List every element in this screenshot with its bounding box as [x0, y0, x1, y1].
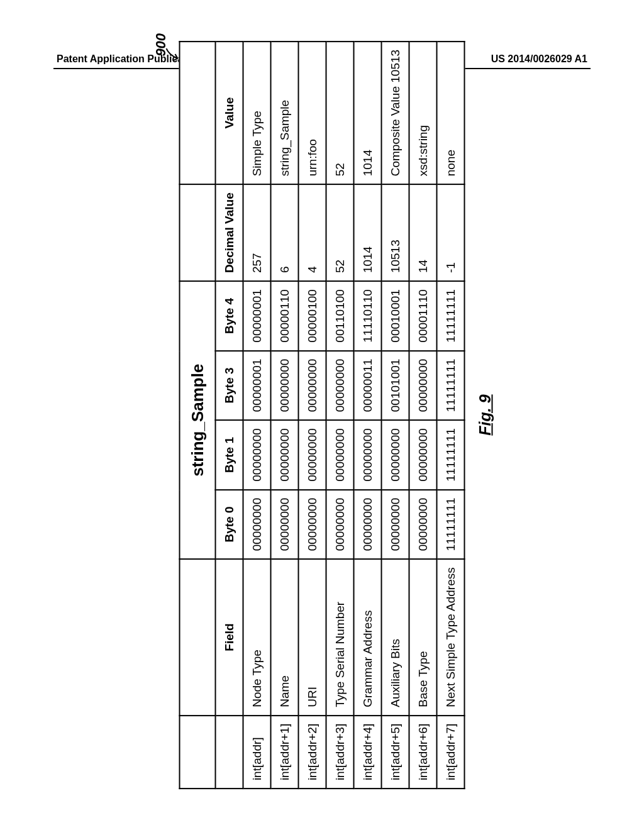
cell-b4: 11110110 — [354, 281, 382, 351]
cell-val: Simple Type — [243, 42, 271, 184]
cell-b4: 00000110 — [271, 281, 299, 351]
cell-addr: int[addr+1] — [271, 716, 299, 788]
cell-b0: 00000000 — [326, 490, 354, 560]
cell-b0: 00000000 — [354, 490, 382, 560]
cell-b1: 00000000 — [299, 420, 326, 490]
cell-b0: 11111111 — [437, 490, 465, 560]
cell-b3: 00000011 — [354, 351, 382, 421]
cell-b1: 11111111 — [437, 420, 465, 490]
blank-cell — [180, 184, 216, 281]
cell-addr: int[addr+3] — [326, 716, 354, 788]
cell-field: Auxiliary Bits — [382, 559, 409, 715]
cell-b0: 00000000 — [409, 490, 437, 560]
cell-dec: -1 — [437, 184, 465, 281]
blank-cell — [180, 716, 216, 788]
title-row: string_Sample — [180, 42, 216, 788]
cell-b4: 00000001 — [243, 281, 271, 351]
cell-val: 52 — [326, 42, 354, 184]
cell-b1: 00000000 — [243, 420, 271, 490]
table-row: int[addr+6]Base Type00000000000000000000… — [409, 42, 437, 788]
cell-b3: 00000000 — [409, 351, 437, 421]
cell-b1: 00000000 — [271, 420, 299, 490]
cell-dec: 1014 — [354, 184, 382, 281]
cell-b0: 00000000 — [299, 490, 326, 560]
col-byte0: Byte 0 — [216, 490, 243, 560]
cell-b4: 00000100 — [299, 281, 326, 351]
cell-val: xsd:string — [409, 42, 437, 184]
cell-b4: 00110100 — [326, 281, 354, 351]
col-byte1: Byte 1 — [216, 420, 243, 490]
cell-b3: 00000000 — [326, 351, 354, 421]
header-right: US 2014/0026029 A1 — [491, 53, 587, 65]
cell-b0: 00000000 — [382, 490, 409, 560]
cell-val: urn:foo — [299, 42, 326, 184]
header-row: Field Byte 0 Byte 1 Byte 3 Byte 4 Decima… — [216, 42, 243, 788]
cell-b4: 11111111 — [437, 281, 465, 351]
figure-900: 900 string_Sample Field Byte 0 Byte 1 By… — [179, 41, 465, 789]
table-row: int[addr+1]Name0000000000000000000000000… — [271, 42, 299, 788]
col-field: Field — [216, 559, 243, 715]
table-row: int[addr+3]Type Serial Number00000000000… — [326, 42, 354, 788]
figure-caption: Fig. 9 — [476, 394, 494, 435]
table-title: string_Sample — [180, 281, 216, 559]
cell-val: none — [437, 42, 465, 184]
cell-b0: 00000000 — [271, 490, 299, 560]
cell-dec: 4 — [299, 184, 326, 281]
cell-addr: int[addr+6] — [409, 716, 437, 788]
cell-field: Grammar Address — [354, 559, 382, 715]
cell-addr: int[addr] — [243, 716, 271, 788]
cell-addr: int[addr+4] — [354, 716, 382, 788]
reference-arrow-icon — [165, 46, 180, 61]
cell-dec: 52 — [326, 184, 354, 281]
cell-b3: 00000001 — [243, 351, 271, 421]
cell-b3: 00000000 — [271, 351, 299, 421]
cell-b3: 00000000 — [299, 351, 326, 421]
blank-cell — [180, 42, 216, 184]
cell-b4: 00001110 — [409, 281, 437, 351]
cell-b3: 11111111 — [437, 351, 465, 421]
col-byte3: Byte 3 — [216, 351, 243, 421]
cell-b3: 00101001 — [382, 351, 409, 421]
table-row: int[addr+7]Next Simple Type Address11111… — [437, 42, 465, 788]
cell-b1: 00000000 — [326, 420, 354, 490]
cell-dec: 14 — [409, 184, 437, 281]
cell-b1: 00000000 — [409, 420, 437, 490]
cell-field: URI — [299, 559, 326, 715]
cell-b4: 00010001 — [382, 281, 409, 351]
cell-field: Name — [271, 559, 299, 715]
cell-dec: 10513 — [382, 184, 409, 281]
cell-addr: int[addr+5] — [382, 716, 409, 788]
table-row: int[addr]Node Type0000000000000000000000… — [243, 42, 271, 788]
cell-b1: 00000000 — [354, 420, 382, 490]
table-row: int[addr+5]Auxiliary Bits000000000000000… — [382, 42, 409, 788]
cell-dec: 257 — [243, 184, 271, 281]
cell-addr: int[addr+2] — [299, 716, 326, 788]
col-value: Value — [216, 42, 243, 184]
cell-val: string_Sample — [271, 42, 299, 184]
col-addr — [216, 716, 243, 788]
table-row: int[addr+2]URI00000000000000000000000000… — [299, 42, 326, 788]
cell-field: Type Serial Number — [326, 559, 354, 715]
cell-field: Next Simple Type Address — [437, 559, 465, 715]
cell-b0: 00000000 — [243, 490, 271, 560]
col-byte4: Byte 4 — [216, 281, 243, 351]
cell-b1: 00000000 — [382, 420, 409, 490]
col-decimal: Decimal Value — [216, 184, 243, 281]
cell-val: 1014 — [354, 42, 382, 184]
cell-val: Composite Value 10513 — [382, 42, 409, 184]
blank-cell — [180, 559, 216, 715]
cell-field: Node Type — [243, 559, 271, 715]
data-table: string_Sample Field Byte 0 Byte 1 Byte 3… — [179, 41, 465, 789]
cell-addr: int[addr+7] — [437, 716, 465, 788]
cell-dec: 6 — [271, 184, 299, 281]
cell-field: Base Type — [409, 559, 437, 715]
table-row: int[addr+4]Grammar Address00000000000000… — [354, 42, 382, 788]
